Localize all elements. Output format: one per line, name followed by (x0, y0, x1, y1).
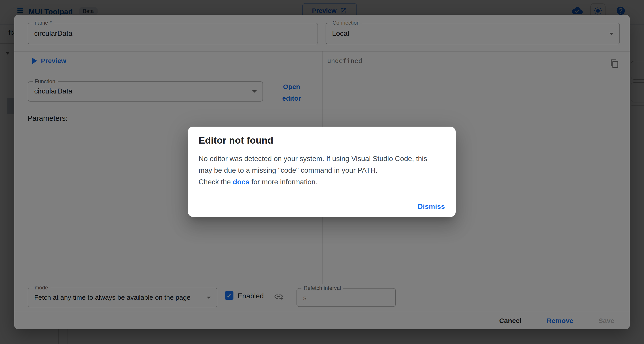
dismiss-button[interactable]: Dismiss (415, 202, 448, 211)
editor-not-found-dialog: Editor not found No editor was detected … (188, 126, 456, 217)
dialog-body: No editor was detected on your system. I… (198, 153, 447, 188)
screen: MUI Toolpad Beta Preview (0, 0, 644, 344)
dialog-body-check-suffix: for more information. (250, 178, 318, 186)
dialog-body-check-prefix: Check the (198, 178, 233, 186)
dialog-body-line-3: Check the docs for more information. (198, 176, 447, 188)
dialog-title: Editor not found (198, 135, 273, 146)
docs-link[interactable]: docs (233, 178, 250, 186)
dialog-body-line-1: No editor was detected on your system. I… (198, 153, 447, 164)
dialog-body-line-2: may be due to a missing "code" command i… (198, 164, 447, 176)
